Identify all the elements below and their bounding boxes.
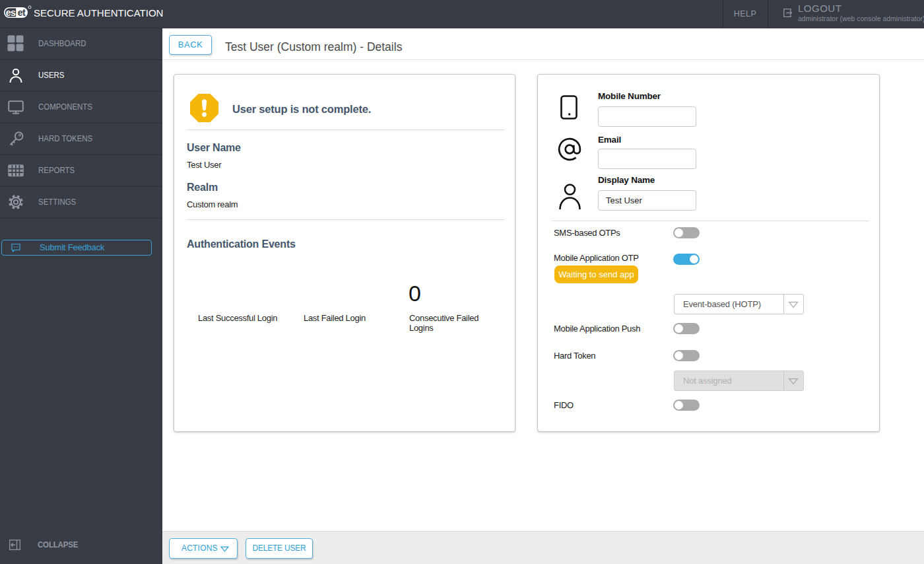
svg-text:et: et xyxy=(18,7,26,18)
svg-text:es: es xyxy=(6,7,16,18)
